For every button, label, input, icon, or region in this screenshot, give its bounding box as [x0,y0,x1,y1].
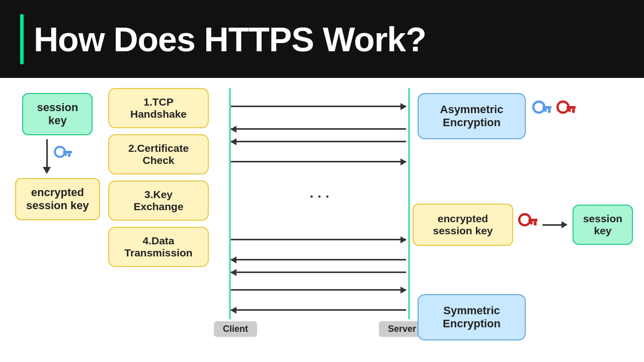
svg-rect-3 [65,153,67,156]
arrow-right-3 [231,239,406,240]
arrow-left-1 [231,128,406,130]
arrow-right-4 [231,289,406,291]
client-column: Client [229,88,231,319]
svg-rect-2 [68,153,70,157]
svg-rect-1 [63,151,72,153]
arrow-right-1 [231,106,406,107]
svg-rect-7 [544,109,547,112]
key-red-decrypt-icon [518,212,537,238]
asymmetric-box: AsymmetricEncryption [418,93,526,139]
symmetric-box: SymmetricEncryption [418,294,526,340]
svg-rect-14 [534,222,537,226]
svg-rect-6 [548,109,551,113]
client-label: Client [214,321,257,337]
svg-rect-10 [572,109,575,113]
header-accent [20,14,24,64]
steps-section: 1.TCPHandshake 2.CertificateCheck 3.KeyE… [108,88,209,267]
asymmetric-keys [532,99,576,125]
step-2: 2.CertificateCheck [108,134,209,174]
arrow-left-3 [231,259,406,260]
svg-rect-13 [528,219,537,222]
svg-rect-15 [530,222,533,225]
svg-rect-5 [542,106,551,109]
encrypted-session-key-row: encryptedsession key sessionkey [413,204,633,246]
arrow-to-session-key [542,221,568,228]
header: How Does HTTPS Work? [0,0,644,78]
arrow-left-4 [231,272,406,273]
step-4: 4.DataTransmission [108,227,209,267]
dots-middle: · · · [310,189,330,205]
session-key-box: session key [22,93,93,135]
arrow-left-2 [231,141,406,142]
key-red-asym-icon [556,99,576,125]
server-column: Server [408,88,410,319]
svg-rect-11 [569,109,571,112]
arrow-left-5 [231,309,406,311]
arrow-right-2 [231,161,406,162]
key-blue-icon [54,144,72,169]
page-title: How Does HTTPS Work? [34,20,426,59]
key-blue-asym-icon [532,99,551,125]
encrypted-session-key-box-left: encrypted session key [15,178,100,220]
columns-section: Client Server · · · [229,88,410,339]
left-section: session key encrypted session key [15,93,100,220]
main-content: session key encrypted session key 1.TCPH… [0,78,644,362]
arrow-down-left [43,139,51,174]
session-key-box-right: sessionkey [573,205,633,245]
step-3: 3.KeyExchange [108,180,209,221]
encrypted-session-key-box-right: encryptedsession key [413,204,513,246]
arrow-with-key [43,137,72,176]
svg-rect-9 [567,106,576,109]
step-1: 1.TCPHandshake [108,88,209,128]
